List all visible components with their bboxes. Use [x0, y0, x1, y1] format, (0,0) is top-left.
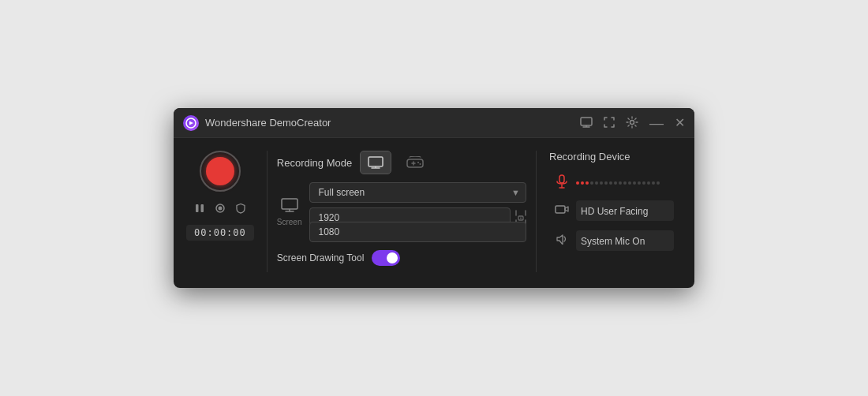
microphone-icon: [554, 174, 570, 192]
audio-dot-8: [609, 181, 612, 185]
playback-controls: [194, 203, 246, 217]
titlebar: Wondershare DemoCreator —: [174, 108, 694, 138]
recording-mode-label: Recording Mode: [277, 157, 352, 169]
camera-name: HD User Facing: [581, 206, 648, 217]
drawing-tool-toggle[interactable]: [372, 250, 400, 266]
timer-display: 00:00:00: [186, 225, 254, 241]
screen-mode-button[interactable]: [360, 151, 391, 174]
svg-point-16: [420, 163, 421, 165]
svg-rect-22: [559, 175, 564, 183]
right-panel: Recording Device: [537, 151, 679, 272]
minimize-button[interactable]: —: [649, 116, 664, 130]
pause-icon[interactable]: [194, 203, 205, 217]
main-content: 00:00:00 Recording Mode: [174, 138, 694, 288]
audio-dot-10: [619, 181, 622, 185]
audio-dot-4: [590, 181, 593, 185]
monitor-icon: [281, 198, 298, 216]
audio-dot-2: [581, 181, 584, 185]
audio-dot-17: [652, 181, 655, 185]
recording-mode-row: Recording Mode: [277, 151, 526, 174]
toggle-knob: [387, 252, 398, 263]
close-button[interactable]: ✕: [675, 115, 685, 130]
app-title: Wondershare DemoCreator: [205, 117, 574, 129]
audio-level-indicator: [576, 181, 674, 185]
audio-dot-18: [657, 181, 660, 185]
game-mode-button[interactable]: [399, 151, 431, 174]
record-button[interactable]: [200, 151, 241, 192]
audio-dot-7: [604, 181, 608, 185]
drawing-tool-row: Screen Drawing Tool: [277, 250, 526, 266]
recording-device-title: Recording Device: [549, 151, 679, 163]
audio-dot-13: [633, 181, 636, 185]
app-logo: [183, 115, 199, 131]
mic-label-container: System Mic On: [576, 230, 674, 251]
system-audio-row: System Mic On: [549, 227, 679, 254]
app-window: Wondershare DemoCreator —: [174, 108, 694, 288]
svg-point-8: [218, 207, 222, 211]
screen-select-row: Screen Full screen Custom area Target wi…: [277, 182, 526, 242]
middle-panel: Recording Mode: [267, 151, 537, 272]
svg-point-15: [417, 162, 419, 163]
fullscreen-icon[interactable]: [604, 117, 615, 129]
mic-name: System Mic On: [581, 236, 645, 247]
audio-dot-5: [595, 181, 598, 185]
fullscreen-dropdown-container: Full screen Custom area Target window ▼: [309, 182, 526, 203]
audio-dot-15: [642, 181, 645, 185]
camera-icon: [554, 204, 570, 218]
shield-icon[interactable]: [235, 203, 246, 217]
drawing-tool-label: Screen Drawing Tool: [277, 252, 365, 263]
record-indicator: [206, 157, 234, 185]
height-input[interactable]: [309, 222, 526, 242]
speaker-icon: [554, 233, 570, 248]
titlebar-controls: — ✕: [580, 115, 685, 130]
fullscreen-dropdown[interactable]: Full screen Custom area Target window: [309, 182, 526, 203]
settings-icon[interactable]: [626, 116, 638, 130]
microphone-row: [549, 170, 679, 196]
left-panel: 00:00:00: [186, 151, 267, 272]
audio-dot-3: [586, 181, 589, 185]
screen-controls: Full screen Custom area Target window ▼: [309, 182, 526, 242]
audio-dot-1: [576, 181, 579, 185]
screen-record-icon[interactable]: [580, 117, 593, 129]
svg-point-4: [630, 120, 634, 124]
audio-dot-12: [628, 181, 631, 185]
audio-dot-11: [623, 181, 627, 185]
svg-rect-25: [556, 206, 565, 213]
svg-point-21: [520, 218, 522, 219]
svg-rect-5: [196, 204, 199, 212]
record-small-icon[interactable]: [215, 203, 226, 217]
camera-label-container: HD User Facing: [576, 200, 674, 221]
screen-label: Screen: [277, 218, 302, 226]
svg-rect-6: [200, 204, 204, 212]
svg-rect-9: [369, 157, 383, 166]
camera-row: HD User Facing: [549, 197, 679, 224]
audio-dot-9: [614, 181, 617, 185]
audio-dot-16: [647, 181, 650, 185]
svg-rect-17: [282, 199, 297, 209]
audio-dot-6: [600, 181, 603, 185]
audio-dot-14: [638, 181, 641, 185]
screen-icon-block: Screen: [277, 198, 302, 226]
svg-rect-1: [581, 118, 592, 125]
